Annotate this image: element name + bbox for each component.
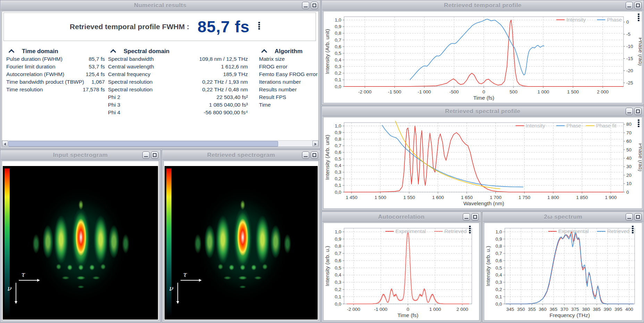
maximize-button[interactable] bbox=[634, 2, 642, 9]
svg-text:Intensity (arb. u.): Intensity (arb. u.) bbox=[324, 246, 330, 286]
temporal-profile-panel: Retrieved temporal profile -2 000-1 500-… bbox=[321, 0, 644, 105]
scrollbar-thumb[interactable] bbox=[8, 141, 278, 147]
retrieved-spectrogram-titlebar: Retrieved spectrogram bbox=[162, 150, 320, 160]
panel-title: 2ω spectrum bbox=[544, 214, 583, 221]
svg-text:0,3: 0,3 bbox=[335, 280, 341, 285]
minimize-button[interactable] bbox=[142, 151, 150, 159]
autocorrelation-panel: Autocorrelation -2 000-1 00001 0002 0000… bbox=[321, 212, 481, 322]
menu-dots-icon[interactable] bbox=[632, 226, 634, 233]
temporal-profile-canvas: -2 000-1 500-1 000-50005001 0001 5002 00… bbox=[324, 12, 642, 102]
svg-text:0,7: 0,7 bbox=[335, 143, 341, 148]
svg-text:0,6: 0,6 bbox=[335, 258, 341, 263]
autocorrelation-canvas: -2 000-1 00001 0002 0000,00,10,20,30,40,… bbox=[324, 223, 479, 320]
row-value: 185,9 THz bbox=[223, 71, 248, 79]
row-label: Time bbox=[259, 102, 271, 109]
svg-text:-5: -5 bbox=[626, 32, 630, 37]
svg-text:0,8: 0,8 bbox=[335, 243, 341, 249]
section-header[interactable]: Spectral domain bbox=[108, 47, 248, 56]
svg-text:0,9: 0,9 bbox=[335, 237, 341, 242]
maximize-button[interactable] bbox=[634, 213, 642, 221]
tau-axis-label: τ bbox=[21, 270, 25, 279]
svg-text:0,2: 0,2 bbox=[335, 71, 341, 76]
section-header[interactable]: Time domain bbox=[6, 47, 105, 56]
time-domain-rows: Pulse duration (FWHM)85,7 fsFourier limi… bbox=[6, 56, 105, 94]
scroll-right-arrow[interactable] bbox=[312, 141, 318, 146]
svg-text:0: 0 bbox=[483, 89, 485, 94]
svg-text:1 700: 1 700 bbox=[490, 195, 502, 200]
svg-text:365: 365 bbox=[550, 307, 558, 312]
minimize-button[interactable] bbox=[626, 2, 633, 9]
svg-text:2 000: 2 000 bbox=[457, 307, 468, 312]
svg-text:0,2: 0,2 bbox=[335, 287, 341, 292]
row-label: Femto Easy FROG error bbox=[259, 71, 318, 79]
retrieved-spectrogram-content: τ ν bbox=[164, 161, 319, 321]
row-value: 125,4 fs bbox=[86, 71, 105, 79]
maximize-button[interactable] bbox=[634, 108, 642, 115]
svg-text:-500: -500 bbox=[449, 89, 459, 94]
minimize-button[interactable] bbox=[626, 213, 633, 221]
minimize-button[interactable] bbox=[626, 108, 633, 115]
autocorrelation-titlebar: Autocorrelation bbox=[322, 212, 480, 222]
svg-text:1,0: 1,0 bbox=[335, 123, 341, 129]
spectral-profile-titlebar: Retrieved spectral profile bbox=[322, 107, 643, 116]
svg-text:0,0: 0,0 bbox=[495, 301, 502, 307]
maximize-button[interactable] bbox=[311, 2, 318, 9]
svg-text:Phase fit: Phase fit bbox=[596, 123, 617, 129]
menu-dots-icon[interactable] bbox=[638, 14, 639, 21]
svg-text:Time (fs): Time (fs) bbox=[473, 95, 494, 101]
svg-text:0: 0 bbox=[626, 190, 629, 195]
svg-text:40: 40 bbox=[626, 156, 632, 161]
row-value: 0,22 THz / 0,48 nm bbox=[202, 86, 248, 94]
svg-text:375: 375 bbox=[571, 307, 579, 312]
colorbar bbox=[166, 168, 172, 317]
horizontal-scrollbar[interactable] bbox=[2, 140, 318, 147]
table-row: Result FPS bbox=[259, 94, 319, 102]
minimize-button[interactable] bbox=[302, 2, 309, 9]
collapse-chevron-icon bbox=[261, 49, 267, 55]
row-label: Result FPS bbox=[259, 94, 286, 102]
svg-text:0,3: 0,3 bbox=[335, 169, 341, 175]
table-row: Time bbox=[259, 102, 319, 109]
tau-axis-arrow-icon bbox=[19, 280, 37, 281]
scroll-left-arrow[interactable] bbox=[2, 141, 8, 146]
svg-text:0,7: 0,7 bbox=[335, 251, 341, 256]
row-value: 17,578 fs bbox=[83, 86, 105, 94]
numerical-results-titlebar: Numerical results bbox=[1, 1, 320, 10]
svg-text:0,0: 0,0 bbox=[335, 84, 341, 89]
minimize-button[interactable] bbox=[463, 213, 470, 221]
svg-text:360: 360 bbox=[539, 307, 547, 312]
menu-dots-icon[interactable] bbox=[258, 22, 260, 30]
svg-text:355: 355 bbox=[528, 307, 536, 312]
svg-text:Intensity (arb. u.): Intensity (arb. u.) bbox=[485, 246, 491, 286]
section-header[interactable]: Algorithm bbox=[259, 47, 319, 56]
menu-dots-icon[interactable] bbox=[469, 226, 471, 233]
row-label: Spectral bandwidth bbox=[108, 56, 154, 64]
table-row: Spectral resolution0,22 THz / 1,93 nm bbox=[108, 79, 248, 86]
section-title: Spectral domain bbox=[124, 48, 169, 55]
row-label: Time resolution bbox=[6, 86, 43, 94]
svg-text:Wavelength (nm): Wavelength (nm) bbox=[463, 200, 504, 206]
svg-text:0,1: 0,1 bbox=[335, 294, 341, 299]
svg-text:0,2: 0,2 bbox=[495, 287, 502, 292]
minimize-button[interactable] bbox=[302, 151, 309, 159]
svg-text:1,0: 1,0 bbox=[495, 229, 502, 234]
svg-text:0,3: 0,3 bbox=[335, 64, 341, 69]
maximize-button[interactable] bbox=[311, 151, 318, 159]
svg-text:400: 400 bbox=[625, 307, 633, 312]
svg-text:-2 000: -2 000 bbox=[358, 89, 371, 94]
algorithm-section: Algorithm Matrix sizeFROG errorFemto Eas… bbox=[259, 47, 319, 109]
svg-text:-1 500: -1 500 bbox=[388, 89, 401, 94]
table-row: Phi 31 085 040,00 fs³ bbox=[108, 102, 248, 109]
menu-dots-icon[interactable] bbox=[638, 119, 639, 127]
spectral-profile-canvas: 1 4501 5001 5501 6001 6501 7001 7501 800… bbox=[324, 118, 642, 208]
svg-text:0,2: 0,2 bbox=[335, 176, 341, 181]
svg-text:-1 000: -1 000 bbox=[374, 307, 387, 312]
maximize-button[interactable] bbox=[151, 151, 158, 159]
row-value: 0,22 THz / 1,93 nm bbox=[202, 79, 248, 86]
temporal-profile-content: -2 000-1 500-1 000-50005001 0001 5002 00… bbox=[323, 11, 642, 103]
row-label: Phi 3 bbox=[108, 102, 120, 109]
row-label: Fourier limit duration bbox=[6, 64, 55, 71]
maximize-button[interactable] bbox=[471, 213, 479, 221]
svg-text:Retrieved: Retrieved bbox=[607, 228, 629, 234]
table-row: Time resolution17,578 fs bbox=[6, 86, 105, 94]
